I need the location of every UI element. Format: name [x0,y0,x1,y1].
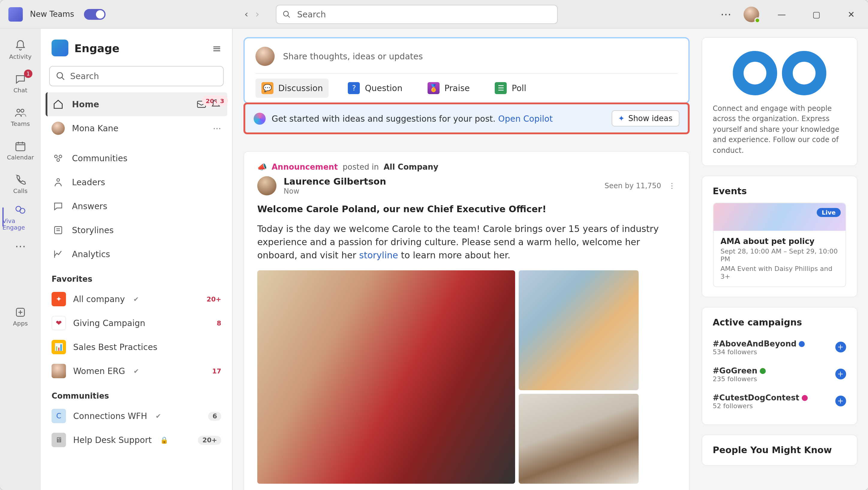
tab-label: Praise [444,83,470,93]
rail-more[interactable]: ⋯ [2,235,38,257]
inbox-icon[interactable]: 20+ [196,99,207,110]
nav-home[interactable]: Home 20+ 3 [45,92,227,116]
event-item[interactable]: Live AMA about pet policy Sept 28, 10:00… [713,203,846,287]
people-card: People You Might Know [701,434,857,466]
open-copilot-link[interactable]: Open Copilot [498,113,553,123]
nav-label: Communities [72,154,127,163]
community-help-desk[interactable]: 🖥 Help Desk Support 🔒 20+ [45,428,227,452]
app-rail: Activity 1 Chat Teams Calendar [0,29,41,490]
storyline-link[interactable]: storyline [359,250,398,260]
rail-teams[interactable]: Teams [2,101,38,132]
rail-calls[interactable]: Calls [2,168,38,199]
add-campaign-button[interactable]: + [835,342,846,353]
verified-icon: ✔ [133,367,139,375]
engage-sidebar: Engage ≡ Search Home 20+ [41,29,232,490]
button-label: Show ideas [628,114,673,123]
tab-poll[interactable]: ☰ Poll [489,78,532,98]
verified-icon [802,395,808,401]
more-icon[interactable]: ⋯ [213,124,221,133]
poll-icon: ☰ [495,82,507,94]
copilot-icon [254,112,266,124]
favorite-all-company[interactable]: ✦ All company ✔ 20+ [45,287,227,311]
svg-point-18 [57,159,60,162]
nav-label: Storylines [72,225,114,235]
campaign-followers: 52 followers [713,402,808,410]
post-title: Welcome Carole Poland, our new Chief Exe… [257,204,676,215]
nav-storylines[interactable]: Storylines [45,218,227,242]
new-teams-toggle[interactable] [84,9,105,20]
post-image-3[interactable] [519,394,639,484]
community-icon: ❤ [52,316,66,330]
nav-analytics[interactable]: Analytics [45,242,227,266]
titlebar: New Teams ‹ › Search ⋯ — ▢ ✕ [0,0,868,29]
window-maximize-icon[interactable]: ▢ [804,2,829,26]
tab-label: Question [365,83,402,93]
favorite-sales-best-practices[interactable]: 📊 Sales Best Practices [45,335,227,359]
ellipsis-icon: ⋯ [14,239,27,252]
seen-count: Seen by 11,750 [604,182,661,190]
favorites-heading: Favorites [45,266,227,287]
window-minimize-icon[interactable]: — [770,2,794,26]
user-avatar[interactable] [743,6,759,22]
show-ideas-button[interactable]: ✦ Show ideas [612,110,679,127]
campaign-item[interactable]: #CutestDogContest 52 followers + [713,388,846,415]
add-campaign-button[interactable]: + [835,369,846,380]
nav-answers[interactable]: Answers [45,194,227,218]
author-avatar[interactable] [257,176,276,195]
svg-point-16 [55,155,57,158]
nav-communities[interactable]: Communities [45,146,227,170]
post-more-icon[interactable]: ⋮ [668,182,676,190]
search-placeholder: Search [297,9,326,19]
campaign-item[interactable]: #GoGreen 235 followers + [713,361,846,388]
nav-back-icon[interactable]: ‹ [244,8,248,20]
rail-apps[interactable]: Apps [2,301,38,332]
community-icon: 🖥 [52,433,66,447]
window-close-icon[interactable]: ✕ [839,2,863,26]
verified-icon: ✔ [133,295,139,303]
post-author[interactable]: Laurence Gilbertson [284,176,386,187]
svg-point-0 [284,11,288,16]
nav-label: Leaders [72,177,105,187]
post-card: 📣 Announcement posted in All Company Lau… [244,151,689,490]
event-hero: Live [713,203,845,231]
notifications-icon[interactable]: 3 [211,99,221,110]
engage-search-placeholder: Search [70,71,99,81]
tab-question[interactable]: ? Question [342,78,408,98]
rail-activity[interactable]: Activity [2,34,38,65]
nav-mona-kane[interactable]: Mona Kane ⋯ [45,116,227,140]
chat-badge: 1 [24,69,32,78]
post-image-2[interactable] [519,271,639,391]
rail-chat[interactable]: 1 Chat [2,67,38,98]
more-options-icon[interactable]: ⋯ [720,8,733,21]
event-title: AMA about pet policy [720,237,838,246]
events-heading: Events [713,186,846,197]
rail-calendar[interactable]: Calendar [2,134,38,165]
post-images[interactable] [257,271,676,484]
lock-icon: 🔒 [160,436,168,444]
add-campaign-button[interactable]: + [835,396,846,407]
campaign-tag: #GoGreen [713,366,757,375]
nav-leaders[interactable]: Leaders [45,170,227,194]
hamburger-icon[interactable]: ≡ [212,42,221,54]
rail-viva-engage[interactable]: Viva Engage [2,201,38,233]
favorite-women-erg[interactable]: Women ERG ✔ 17 [45,359,227,383]
nav-label: Home [72,99,99,109]
post-composer[interactable]: Share thoughts, ideas or updates 💬 Discu… [244,37,689,104]
engage-search-input[interactable]: Search [49,66,224,86]
posted-in-community[interactable]: All Company [383,162,438,171]
community-connections-wfh[interactable]: C Connections WFH ✔ 6 [45,404,227,428]
tab-label: Poll [512,83,527,93]
communities-heading: Communities [45,383,227,404]
nav-forward-icon[interactable]: › [255,8,259,20]
event-time: Sept 28, 10:00 AM – Sept 29, 10:00 PM [720,248,838,263]
svg-point-9 [20,208,25,214]
global-search-input[interactable]: Search [276,4,558,24]
about-card: Connect and engage with people across th… [701,37,857,166]
engage-logo-icon [52,39,68,56]
tab-praise[interactable]: 🏅 Praise [422,78,476,98]
post-image-1[interactable] [257,271,515,484]
favorite-giving-campaign[interactable]: ❤ Giving Campaign 8 [45,311,227,335]
campaign-item[interactable]: #AboveAndBeyond 534 followers + [713,334,846,361]
apps-icon [14,306,27,319]
tab-discussion[interactable]: 💬 Discussion [255,78,329,98]
